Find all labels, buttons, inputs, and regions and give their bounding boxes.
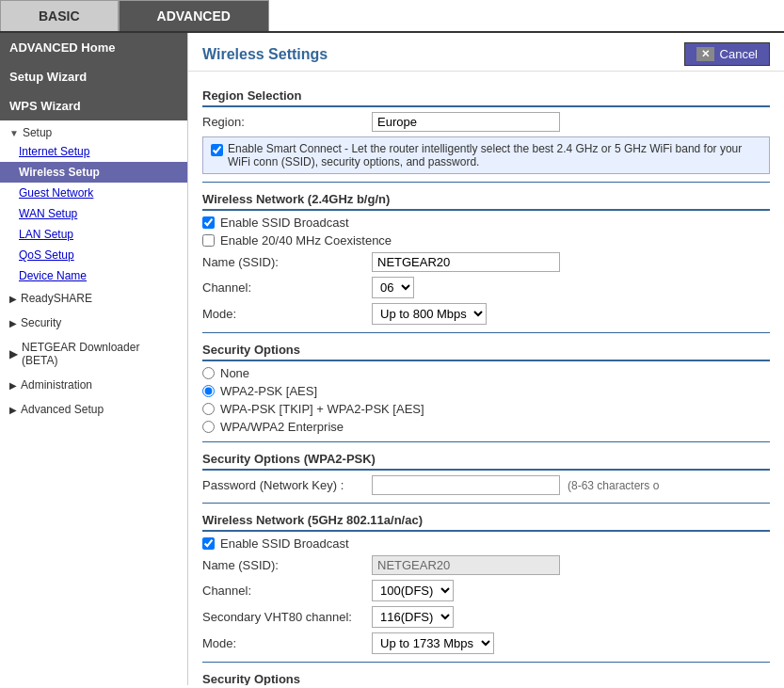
sidebar-item-lan-setup[interactable]: LAN Setup xyxy=(0,224,187,245)
enable-ssid-broadcast-24-checkbox[interactable] xyxy=(202,216,215,229)
cancel-label: Cancel xyxy=(720,47,758,61)
top-tab-bar: BASIC ADVANCED xyxy=(0,0,784,33)
ssid-24-label: Name (SSID): xyxy=(202,255,372,269)
region-row: Region: xyxy=(202,112,770,132)
content-body: Region Selection Region: Enable Smart Co… xyxy=(188,72,784,685)
security-arrow-icon: ▶ xyxy=(9,318,17,328)
cancel-button[interactable]: ✕ Cancel xyxy=(684,42,770,66)
sidebar-section-advanced-setup[interactable]: ▶ Advanced Setup xyxy=(0,397,187,422)
mode-24-select[interactable]: Up to 54 Mbps Up to 130 Mbps Up to 300 M… xyxy=(372,303,487,325)
divider-2 xyxy=(202,332,770,333)
sidebar-section-setup[interactable]: ▼ Setup xyxy=(0,120,187,141)
channel-24-row: Channel: 0102030405 060708091011 xyxy=(202,277,770,298)
sidebar-item-internet-setup[interactable]: Internet Setup xyxy=(0,141,187,162)
sidebar-item-guest-network[interactable]: Guest Network xyxy=(0,183,187,203)
sidebar-section-setup-label: Setup xyxy=(23,126,52,139)
security-none-label: None xyxy=(220,366,249,380)
enable-2040-coexistence-row: Enable 20/40 MHz Coexistence xyxy=(202,233,770,248)
sidebar-advanced-setup-label: Advanced Setup xyxy=(21,403,104,416)
divider-5 xyxy=(202,662,770,663)
ssid-5g-input[interactable] xyxy=(372,555,560,575)
password-hint: (8-63 characters o xyxy=(568,479,659,492)
sidebar-item-wan-setup[interactable]: WAN Setup xyxy=(0,203,187,224)
enable-ssid-broadcast-5g-row: Enable SSID Broadcast xyxy=(202,536,770,551)
sidebar: ADVANCED Home Setup Wizard WPS Wizard ▼ … xyxy=(0,33,188,685)
readyshare-arrow-icon: ▶ xyxy=(9,294,17,304)
channel-5g-select[interactable]: Auto36404448 100(DFS)104(DFS) xyxy=(372,580,454,601)
channel-24-label: Channel: xyxy=(202,280,372,295)
sidebar-section-readyshare[interactable]: ▶ ReadySHARE xyxy=(0,286,187,311)
password-input[interactable] xyxy=(372,475,560,495)
enable-2040-coexistence-checkbox[interactable] xyxy=(202,234,215,247)
smart-connect-text: Enable Smart Connect - Let the router in… xyxy=(228,142,761,168)
security-wpa2psk-radio[interactable] xyxy=(202,385,215,397)
enable-ssid-broadcast-24-row: Enable SSID Broadcast xyxy=(202,216,770,230)
security-wpa2psk-row: WPA2-PSK [AES] xyxy=(202,384,770,398)
enable-ssid-broadcast-5g-checkbox[interactable] xyxy=(202,537,215,550)
sidebar-administration-label: Administration xyxy=(21,378,92,392)
security-section-title: Security Options xyxy=(202,343,770,361)
main-content: Wireless Settings ✕ Cancel Region Select… xyxy=(188,33,784,685)
advanced-setup-arrow-icon: ▶ xyxy=(9,405,17,415)
mode-5g-row: Mode: Up to 54 Mbps Up to 289 Mbps Up to… xyxy=(202,632,770,654)
security-enterprise-radio[interactable] xyxy=(202,421,215,433)
divider-1 xyxy=(202,182,770,183)
wireless-5g-section-title: Wireless Network (5GHz 802.11a/n/ac) xyxy=(202,513,770,532)
sidebar-item-setup-wizard[interactable]: Setup Wizard xyxy=(0,62,187,91)
page-title: Wireless Settings xyxy=(202,46,328,63)
divider-3 xyxy=(202,441,770,442)
secondary-vht80-label: Secondary VHT80 channel: xyxy=(202,610,372,624)
smart-connect-notice: Enable Smart Connect - Let the router in… xyxy=(202,136,770,174)
x-icon: ✕ xyxy=(696,47,714,61)
setup-arrow-icon: ▼ xyxy=(9,128,19,138)
main-header: Wireless Settings ✕ Cancel xyxy=(188,33,784,72)
sidebar-section-netgear-downloader[interactable]: ▶ NETGEAR Downloader (BETA) xyxy=(0,335,187,373)
sidebar-readyshare-label: ReadySHARE xyxy=(21,292,92,305)
channel-5g-row: Channel: Auto36404448 100(DFS)104(DFS) xyxy=(202,580,770,601)
ssid-24-input[interactable] xyxy=(372,252,560,272)
tab-advanced[interactable]: ADVANCED xyxy=(119,0,269,31)
security-none-row: None xyxy=(202,366,770,380)
sidebar-item-advanced-home[interactable]: ADVANCED Home xyxy=(0,33,187,62)
security-wpapsk-row: WPA-PSK [TKIP] + WPA2-PSK [AES] xyxy=(202,402,770,416)
mode-5g-select[interactable]: Up to 54 Mbps Up to 289 Mbps Up to 600 M… xyxy=(372,632,494,654)
security-none-radio[interactable] xyxy=(202,367,215,379)
security-enterprise-row: WPA/WPA2 Enterprise xyxy=(202,420,770,434)
password-row: Password (Network Key) : (8-63 character… xyxy=(202,475,770,495)
security-enterprise-label: WPA/WPA2 Enterprise xyxy=(220,420,344,434)
sidebar-section-security[interactable]: ▶ Security xyxy=(0,311,187,335)
mode-5g-label: Mode: xyxy=(202,636,372,650)
sidebar-section-administration[interactable]: ▶ Administration xyxy=(0,373,187,397)
ssid-5g-label: Name (SSID): xyxy=(202,558,372,572)
sidebar-item-wireless-setup[interactable]: Wireless Setup xyxy=(0,162,187,183)
secondary-vht80-row: Secondary VHT80 channel: Auto36404448 10… xyxy=(202,606,770,628)
password-label: Password (Network Key) : xyxy=(202,478,372,492)
sidebar-item-wps-wizard[interactable]: WPS Wizard xyxy=(0,91,187,120)
enable-2040-coexistence-label: Enable 20/40 MHz Coexistence xyxy=(220,233,392,248)
sidebar-security-label: Security xyxy=(21,316,61,329)
administration-arrow-icon: ▶ xyxy=(9,380,17,391)
enable-ssid-broadcast-24-label: Enable SSID Broadcast xyxy=(220,216,349,230)
secondary-vht80-select[interactable]: Auto36404448 100(DFS)104(DFS)108(DFS)112… xyxy=(372,606,454,628)
channel-24-select[interactable]: 0102030405 060708091011 xyxy=(372,277,414,298)
tab-basic[interactable]: BASIC xyxy=(0,0,119,31)
smart-connect-checkbox[interactable] xyxy=(211,144,223,156)
security-wpapsk-radio[interactable] xyxy=(202,403,215,415)
region-section-title: Region Selection xyxy=(202,88,770,107)
security-wpapsk-label: WPA-PSK [TKIP] + WPA2-PSK [AES] xyxy=(220,402,424,416)
sidebar-netgear-downloader-label: NETGEAR Downloader (BETA) xyxy=(22,341,178,367)
sidebar-item-qos-setup[interactable]: QoS Setup xyxy=(0,245,187,265)
security-wpa2psk-label: WPA2-PSK [AES] xyxy=(220,384,317,398)
channel-5g-label: Channel: xyxy=(202,584,372,598)
enable-ssid-broadcast-5g-label: Enable SSID Broadcast xyxy=(220,536,349,551)
mode-24-label: Mode: xyxy=(202,307,372,321)
sidebar-item-device-name[interactable]: Device Name xyxy=(0,265,187,286)
mode-24-row: Mode: Up to 54 Mbps Up to 130 Mbps Up to… xyxy=(202,303,770,325)
ssid-5g-row: Name (SSID): xyxy=(202,555,770,575)
security-wpa2-section-title: Security Options (WPA2-PSK) xyxy=(202,452,770,471)
wireless-24-section-title: Wireless Network (2.4GHz b/g/n) xyxy=(202,192,770,211)
security-5g-section-title: Security Options xyxy=(202,672,770,685)
region-input[interactable] xyxy=(372,112,560,132)
netgear-downloader-arrow-icon: ▶ xyxy=(9,347,18,360)
divider-4 xyxy=(202,503,770,504)
